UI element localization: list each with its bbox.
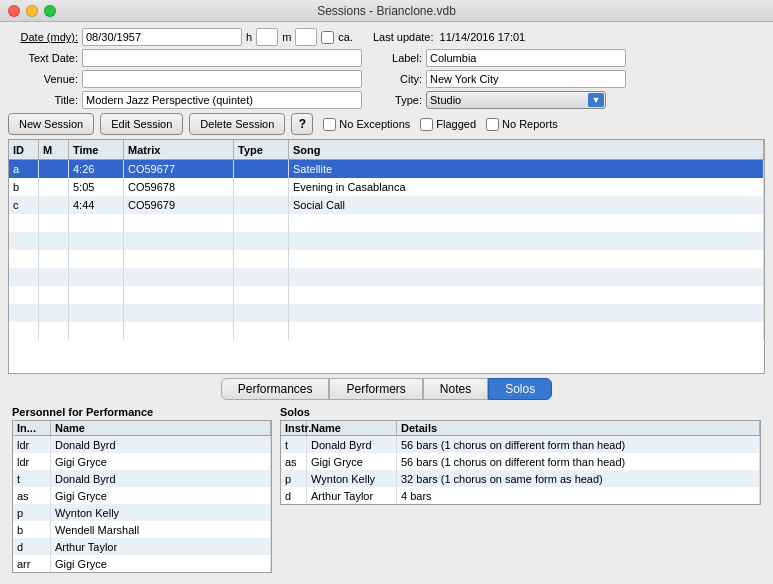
cell-matrix: CO59678 (124, 178, 234, 196)
personnel-row[interactable]: bWendell Marshall (13, 521, 271, 538)
sessions-table: ID M Time Matrix Type Song a 4:26 CO5967… (8, 139, 765, 374)
bottom-section: Personnel for Performance In... Name ldr… (8, 406, 765, 573)
table-row[interactable] (9, 322, 764, 340)
cell-time: 5:05 (69, 178, 124, 196)
edit-session-button[interactable]: Edit Session (100, 113, 183, 135)
new-session-button[interactable]: New Session (8, 113, 94, 135)
solos-row[interactable]: pWynton Kelly32 bars (1 chorus on same f… (281, 470, 760, 487)
solos-row[interactable]: asGigi Gryce56 bars (1 chorus on differe… (281, 453, 760, 470)
ca-checkbox[interactable] (321, 31, 334, 44)
solos-row[interactable]: dArthur Taylor4 bars (281, 487, 760, 504)
no-exceptions-label: No Exceptions (323, 118, 410, 131)
minimize-button[interactable] (26, 5, 38, 17)
cell-id: a (9, 160, 39, 178)
cell-m (39, 196, 69, 214)
personnel-header: In... Name (13, 421, 271, 436)
solos-col-name: Name (307, 421, 397, 435)
personnel-row[interactable]: asGigi Gryce (13, 487, 271, 504)
col-matrix: Matrix (124, 140, 234, 159)
personnel-row[interactable]: dArthur Taylor (13, 538, 271, 555)
textdate-input[interactable] (82, 49, 362, 67)
personnel-row[interactable]: tDonald Byrd (13, 470, 271, 487)
cell-song: Satellite (289, 160, 764, 178)
date-input[interactable] (82, 28, 242, 46)
cell-song: Social Call (289, 196, 764, 214)
tab-notes[interactable]: Notes (423, 378, 488, 400)
titlebar: Sessions - Brianclone.vdb (0, 0, 773, 22)
tabs-row: Performances Performers Notes Solos (8, 378, 765, 400)
cell-m (39, 160, 69, 178)
table-row[interactable] (9, 250, 764, 268)
question-button[interactable]: ? (291, 113, 313, 135)
title-input[interactable] (82, 91, 362, 109)
personnel-col-instr: In... (13, 421, 51, 435)
textdate-label: Text Date: (8, 52, 78, 64)
last-update-section: Last update: 11/14/2016 17:01 (373, 31, 525, 43)
label-input[interactable] (426, 49, 626, 67)
venue-input[interactable] (82, 70, 362, 88)
close-button[interactable] (8, 5, 20, 17)
personnel-row[interactable]: ldrGigi Gryce (13, 453, 271, 470)
solos-panel: Solos Instr. Name Details tDonald Byrd56… (280, 406, 761, 573)
flagged-label: Flagged (420, 118, 476, 131)
title-label: Title: (8, 94, 78, 106)
personnel-row[interactable]: arrGigi Gryce (13, 555, 271, 572)
solos-row[interactable]: tDonald Byrd56 bars (1 chorus on differe… (281, 436, 760, 453)
cell-matrix: CO59677 (124, 160, 234, 178)
venue-row: Venue: City: (8, 70, 765, 88)
no-reports-label: No Reports (486, 118, 558, 131)
type-select[interactable]: Studio Live Radio (426, 91, 606, 109)
cell-type (234, 178, 289, 196)
no-exceptions-checkbox[interactable] (323, 118, 336, 131)
h-label: h (246, 31, 252, 43)
type-select-wrapper[interactable]: Studio Live Radio ▼ (426, 91, 606, 109)
cell-matrix: CO59679 (124, 196, 234, 214)
last-update-value: 11/14/2016 17:01 (440, 31, 526, 43)
maximize-button[interactable] (44, 5, 56, 17)
table-row[interactable] (9, 304, 764, 322)
cell-m (39, 178, 69, 196)
delete-session-button[interactable]: Delete Session (189, 113, 285, 135)
cell-type (234, 160, 289, 178)
table-row[interactable]: c 4:44 CO59679 Social Call (9, 196, 764, 214)
no-reports-checkbox[interactable] (486, 118, 499, 131)
cell-id: b (9, 178, 39, 196)
cell-song: Evening in Casablanca (289, 178, 764, 196)
last-update-label: Last update: (373, 31, 434, 43)
tab-solos[interactable]: Solos (488, 378, 552, 400)
hour-input[interactable] (256, 28, 278, 46)
textdate-row: Text Date: Label: (8, 49, 765, 67)
solos-title: Solos (280, 406, 761, 418)
flagged-checkbox[interactable] (420, 118, 433, 131)
personnel-row[interactable]: ldrDonald Byrd (13, 436, 271, 453)
window-controls[interactable] (8, 5, 56, 17)
tab-performers[interactable]: Performers (329, 378, 422, 400)
city-input[interactable] (426, 70, 626, 88)
personnel-col-name: Name (51, 421, 271, 435)
m-label: m (282, 31, 291, 43)
date-label: Date (mdy): (8, 31, 78, 43)
col-type: Type (234, 140, 289, 159)
table-row[interactable] (9, 214, 764, 232)
cell-time: 4:26 (69, 160, 124, 178)
personnel-row[interactable]: pWynton Kelly (13, 504, 271, 521)
venue-label: Venue: (8, 73, 78, 85)
col-time: Time (69, 140, 124, 159)
minute-input[interactable] (295, 28, 317, 46)
title-row: Title: Type: Studio Live Radio ▼ (8, 91, 765, 109)
table-row[interactable]: a 4:26 CO59677 Satellite (9, 160, 764, 178)
ca-label: ca. (338, 31, 353, 43)
solos-col-details: Details (397, 421, 760, 435)
table-row[interactable] (9, 268, 764, 286)
cell-type (234, 196, 289, 214)
table-row[interactable] (9, 232, 764, 250)
tab-performances[interactable]: Performances (221, 378, 330, 400)
personnel-title: Personnel for Performance (12, 406, 272, 418)
buttons-row: New Session Edit Session Delete Session … (8, 113, 765, 135)
type-label: Type: (382, 94, 422, 106)
main-content: Date (mdy): h m ca. Last update: 11/14/2… (0, 22, 773, 577)
table-row[interactable]: b 5:05 CO59678 Evening in Casablanca (9, 178, 764, 196)
label-label: Label: (382, 52, 422, 64)
date-row: Date (mdy): h m ca. Last update: 11/14/2… (8, 28, 765, 46)
table-row[interactable] (9, 286, 764, 304)
